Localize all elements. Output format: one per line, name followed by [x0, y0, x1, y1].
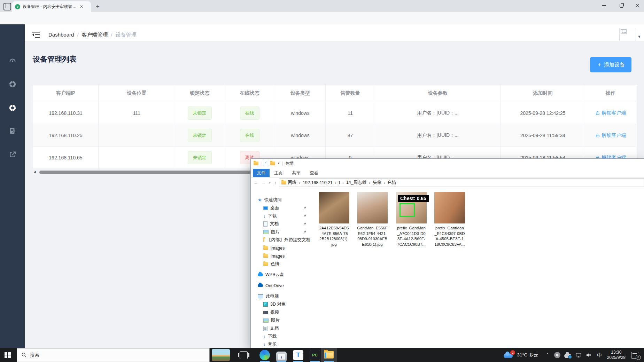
- widgets-weather-icon[interactable]: [212, 349, 230, 361]
- menu-file[interactable]: 文件: [253, 169, 270, 177]
- sidebar-item-devices-active[interactable]: [8, 104, 17, 112]
- file-name[interactable]: GantMan_E556F E62-1F54-4421- 98D9-91030A…: [354, 226, 390, 247]
- nav-documents[interactable]: 文档: [251, 220, 310, 228]
- sidebar-fold-icon[interactable]: [31, 31, 40, 38]
- pycharm-taskbar-icon[interactable]: PC: [310, 350, 320, 360]
- breadcrumb-clients[interactable]: 客户端管理: [82, 32, 108, 38]
- explorer-nav-pane: ★快速访问 桌面 ↓下载 文档 图片 【内部】外协提交文档 images ima…: [251, 188, 310, 348]
- path-segment[interactable]: 192.168.110.21: [303, 180, 333, 185]
- tab-close-icon[interactable]: ✕: [80, 4, 83, 9]
- menu-home[interactable]: 主页: [270, 169, 287, 177]
- path-segment[interactable]: 色情: [388, 180, 396, 186]
- file-item[interactable]: prefix_GantMan _E4C84397-0BD A-4505-BE3E…: [432, 192, 468, 247]
- nav-images1[interactable]: images: [251, 244, 310, 252]
- sidebar-item-external-link[interactable]: [8, 150, 17, 159]
- explorer-history-caret-icon[interactable]: ▼: [268, 181, 271, 184]
- tray-expand-icon[interactable]: ⌃: [546, 353, 549, 357]
- monitor-app-taskbar-icon[interactable]: [276, 352, 287, 362]
- explorer-back-icon[interactable]: ←: [254, 180, 258, 185]
- user-avatar[interactable]: [619, 28, 636, 41]
- ime-indicator[interactable]: 中: [597, 352, 602, 359]
- explorer-title-bar[interactable]: | ▼ | 色情: [251, 159, 644, 168]
- pictures-icon: [263, 230, 269, 234]
- nav-music[interactable]: ♪音乐: [251, 340, 310, 348]
- nav-videos[interactable]: 视频: [251, 308, 310, 316]
- path-segment[interactable]: 14_周志雄: [346, 180, 366, 186]
- nav-wps-cloud[interactable]: WPS云盘: [251, 271, 310, 279]
- cell-device-params-link[interactable]: 用户名：|UUID：...: [375, 124, 501, 147]
- file-item[interactable]: 2A412E68-54D5 -4A7E-856A-75 2B2B128008(1…: [316, 192, 352, 247]
- unlock-client-button[interactable]: 解锁客户端: [595, 132, 626, 139]
- network-icon[interactable]: [575, 352, 582, 358]
- path-segment[interactable]: 网络: [288, 180, 296, 186]
- col-header-ip: 客户端IP: [33, 85, 99, 102]
- t-app-taskbar-icon[interactable]: T: [293, 350, 303, 360]
- window-minimize-button[interactable]: [596, 0, 612, 11]
- explorer-address-bar[interactable]: 网络› 192.168.110.21› f› 14_周志雄› 头像› 色情: [279, 178, 644, 187]
- file-item[interactable]: GantMan_E556F E62-1F54-4421- 98D9-91030A…: [354, 192, 390, 247]
- window-close-button[interactable]: ✕: [630, 0, 644, 11]
- cell-lock: 未锁定: [175, 102, 224, 124]
- unlock-client-button[interactable]: 解锁客户端: [595, 110, 626, 116]
- pin-icon: [302, 214, 307, 218]
- tray-circle-icon[interactable]: [554, 352, 560, 358]
- sidebar-item-logs[interactable]: [8, 127, 17, 135]
- avatar-caret-icon[interactable]: ▼: [637, 34, 641, 39]
- path-segment[interactable]: 头像: [373, 180, 381, 186]
- file-explorer-taskbar-icon[interactable]: [324, 351, 334, 359]
- tray-cloud-sync-icon[interactable]: [564, 354, 571, 358]
- properties-icon[interactable]: [264, 161, 268, 166]
- weather-cloud-icon[interactable]: 2: [504, 352, 514, 359]
- explorer-up-icon[interactable]: ↑: [274, 180, 277, 185]
- browser-tab[interactable]: v 设备管理 - 内容安全审核管理系统 ✕: [12, 1, 91, 12]
- explorer-forward-icon[interactable]: →: [261, 180, 265, 185]
- breadcrumb-dashboard[interactable]: Dashboard: [48, 32, 74, 38]
- menu-share[interactable]: 共享: [287, 169, 305, 177]
- new-folder-icon[interactable]: [270, 162, 275, 165]
- nav-pictures[interactable]: 图片: [251, 228, 310, 236]
- nav-pictures2[interactable]: 图片: [251, 316, 310, 324]
- nav-quick-access[interactable]: ★快速访问: [251, 196, 310, 204]
- nav-images2[interactable]: images: [251, 252, 310, 260]
- quick-toolbar-caret-icon[interactable]: ▼: [277, 162, 280, 165]
- start-button[interactable]: [5, 352, 11, 358]
- onedrive-icon: [258, 284, 263, 287]
- nav-porn-folder[interactable]: 色情: [251, 260, 310, 268]
- sidebar-item-dashboard[interactable]: [8, 57, 17, 65]
- nav-3d-objects[interactable]: 3D 对象: [251, 300, 310, 308]
- taskbar-search-input[interactable]: 搜索: [17, 348, 210, 362]
- nav-downloads[interactable]: ↓下载: [251, 212, 310, 220]
- volume-muted-icon[interactable]: [585, 352, 592, 358]
- menu-view[interactable]: 查看: [305, 169, 323, 177]
- edge-taskbar-icon[interactable]: [259, 350, 270, 360]
- photo-thumbnail-placeholder[interactable]: [434, 192, 465, 223]
- nav-desktop[interactable]: 桌面: [251, 204, 310, 212]
- file-name[interactable]: 2A412E68-54D5 -4A7E-856A-75 2B2B128008(1…: [316, 226, 352, 247]
- nav-downloads2[interactable]: ↓下载: [251, 332, 310, 340]
- notification-center-icon[interactable]: 6: [631, 352, 639, 359]
- window-restore-button[interactable]: [614, 0, 629, 11]
- photo-thumbnail-placeholder[interactable]: [357, 192, 388, 223]
- path-segment[interactable]: f: [339, 180, 340, 185]
- nav-onedrive[interactable]: OneDrive: [251, 282, 310, 290]
- new-tab-button[interactable]: ＋: [95, 2, 101, 10]
- nav-this-pc[interactable]: 此电脑: [251, 292, 310, 300]
- taskbar-clock[interactable]: 13:30 2025/9/28: [607, 350, 626, 360]
- download-icon: ↓: [263, 213, 266, 219]
- tab-actions-icon[interactable]: [3, 3, 11, 10]
- detection-bounding-box: [399, 203, 415, 217]
- file-name[interactable]: prefix_GantMan _A7C041D3-D0 3E-4A12-B69F…: [393, 226, 429, 247]
- file-explorer-window[interactable]: | ▼ | 色情 文件 主页 共享 查看 ← → ▼ ↑ 网络› 192.168…: [250, 158, 644, 348]
- sidebar-item-clients[interactable]: [8, 80, 17, 88]
- nav-documents2[interactable]: 文档: [251, 324, 310, 332]
- photo-thumbnail-placeholder[interactable]: [319, 192, 349, 223]
- file-name[interactable]: prefix_GantMan _E4C84397-0BD A-4505-BE3E…: [432, 226, 468, 247]
- broken-image-icon: [621, 29, 627, 34]
- scrollbar-left-arrow-icon[interactable]: ◀: [33, 170, 36, 174]
- unlock-icon: [595, 133, 600, 138]
- task-view-icon[interactable]: [240, 351, 248, 359]
- nav-internal-docs[interactable]: 【内部】外协提交文档: [251, 236, 310, 244]
- add-device-button[interactable]: ＋添加设备: [590, 57, 631, 72]
- cell-device-params-link[interactable]: 用户名：|UUID：...: [375, 102, 501, 124]
- weather-text[interactable]: 31°C 多云: [517, 352, 538, 358]
